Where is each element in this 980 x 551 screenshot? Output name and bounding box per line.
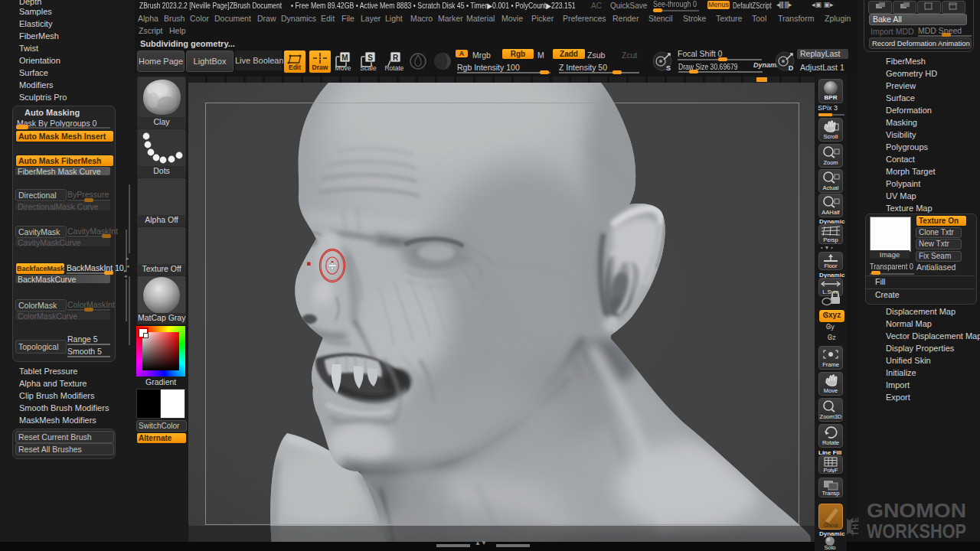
svg-text:S: S [666, 64, 671, 72]
svg-text:D: D [789, 64, 794, 72]
svg-text:Transp: Transp [822, 490, 839, 497]
svg-text:Scroll: Scroll [824, 133, 838, 140]
svg-text:Draw: Draw [312, 64, 328, 71]
svg-text:Move: Move [335, 64, 351, 72]
svg-text:THE: THE [851, 516, 860, 536]
svg-text:Actual: Actual [823, 184, 839, 191]
svg-text:Frame: Frame [822, 361, 839, 368]
svg-text:Move: Move [824, 387, 838, 394]
svg-text:Solo: Solo [824, 544, 835, 550]
svg-text:M: M [341, 54, 348, 62]
svg-text:Zoom: Zoom [823, 159, 838, 166]
svg-text:Floor: Floor [824, 262, 838, 269]
svg-text:S: S [368, 54, 373, 62]
svg-text:Rotate: Rotate [822, 439, 839, 446]
svg-text:Persp: Persp [823, 236, 838, 243]
svg-text:WORKSHOP: WORKSHOP [867, 520, 966, 542]
svg-text:PolyF: PolyF [823, 467, 838, 474]
svg-text:R: R [393, 54, 399, 62]
svg-text:AAHalf: AAHalf [822, 209, 840, 216]
svg-text:GNOMON: GNOMON [867, 500, 966, 521]
svg-text:BPR: BPR [825, 94, 838, 101]
svg-text:Scale: Scale [360, 64, 377, 72]
svg-text:Rotate: Rotate [384, 64, 403, 72]
svg-text:Ghost: Ghost [824, 523, 838, 528]
svg-text:Edit: Edit [289, 64, 301, 71]
svg-text:Zoom3D: Zoom3D [820, 413, 842, 420]
